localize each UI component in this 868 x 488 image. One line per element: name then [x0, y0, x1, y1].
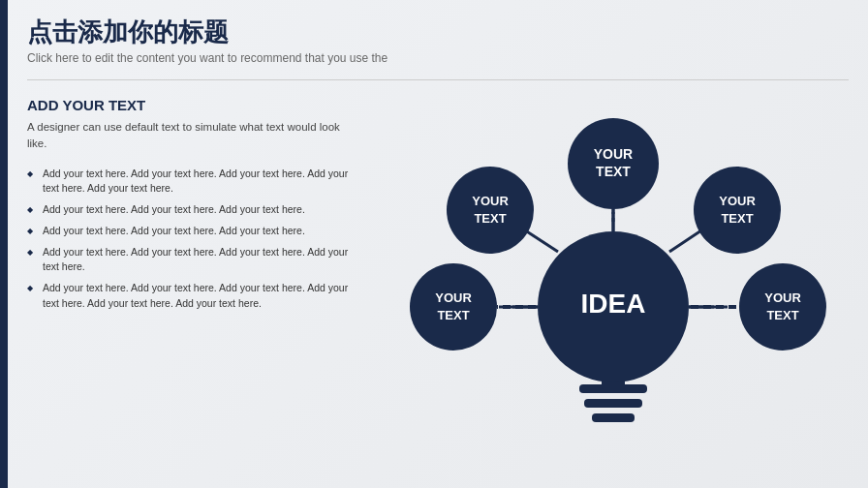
idea-diagram: IDEA YOUR TEXT YOUR TEXT YOUR TEXT YOUR [381, 94, 846, 462]
svg-text:YOUR: YOUR [594, 146, 633, 162]
list-item: Add your text here. Add your text here. … [27, 281, 356, 312]
header: 点击添加你的标题 Click here to edit the content … [27, 17, 849, 65]
bullet-list: Add your text here. Add your text here. … [27, 167, 356, 312]
svg-point-20 [739, 263, 826, 351]
svg-point-17 [694, 167, 781, 254]
page-subtitle: Click here to edit the content you want … [27, 51, 849, 65]
accent-bar [0, 0, 8, 488]
svg-point-26 [447, 167, 534, 254]
svg-text:YOUR: YOUR [719, 194, 756, 208]
list-item: Add your text here. Add your text here. … [27, 167, 356, 198]
svg-text:YOUR: YOUR [764, 290, 801, 305]
svg-text:TEXT: TEXT [474, 211, 506, 226]
svg-text:YOUR: YOUR [435, 290, 472, 305]
list-item: Add your text here. Add your text here. … [27, 224, 356, 239]
svg-text:YOUR: YOUR [472, 194, 509, 208]
svg-text:TEXT: TEXT [721, 211, 753, 226]
header-divider [27, 79, 849, 80]
svg-text:TEXT: TEXT [437, 308, 469, 322]
diagram-area: IDEA YOUR TEXT YOUR TEXT YOUR TEXT YOUR [368, 87, 858, 469]
left-heading: ADD YOUR TEXT [27, 97, 356, 113]
svg-rect-2 [592, 413, 635, 422]
svg-text:IDEA: IDEA [581, 289, 646, 319]
svg-text:TEXT: TEXT [596, 164, 631, 179]
svg-rect-1 [584, 399, 642, 408]
svg-point-23 [410, 263, 497, 351]
svg-text:TEXT: TEXT [766, 308, 798, 322]
left-panel: ADD YOUR TEXT A designer can use default… [27, 97, 356, 318]
list-item: Add your text here. Add your text here. … [27, 245, 356, 276]
page-title: 点击添加你的标题 [27, 17, 849, 47]
list-item: Add your text here. Add your text here. … [27, 202, 356, 218]
left-description: A designer can use default text to simul… [27, 119, 356, 153]
